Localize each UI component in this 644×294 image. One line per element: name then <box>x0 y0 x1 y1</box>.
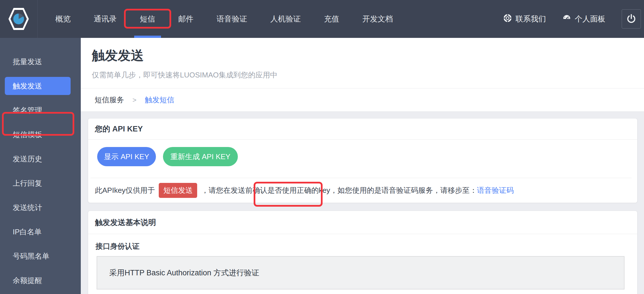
sidebar-item-ip-whitelist[interactable]: IP白名单 <box>0 220 81 244</box>
api-key-buttons: 显示 API KEY 重新生成 API KEY <box>88 140 637 166</box>
api-key-card: 您的 API KEY 显示 API KEY 重新生成 API KEY 此APIk… <box>88 118 638 203</box>
nav-voice-verify[interactable]: 语音验证 <box>217 14 247 24</box>
voice-captcha-link[interactable]: 语音验证码 <box>477 185 514 195</box>
sidebar-item-history[interactable]: 发送历史 <box>0 147 81 171</box>
sidebar-item-signature[interactable]: 签名管理 <box>0 98 81 122</box>
api-key-card-title: 您的 API KEY <box>88 118 637 140</box>
auth-section-heading: 接口身份认证 <box>95 241 630 251</box>
auth-method-box: 采用HTTP Basic Authorization 方式进行验证 <box>97 256 625 289</box>
primary-nav: 概览 通讯录 短信 邮件 语音验证 人机验证 充值 开发文档 <box>38 0 393 38</box>
sms-sidebar: 批量发送 触发发送 签名管理 短信模板 发送历史 上行回复 发送统计 IP白名单… <box>0 38 81 294</box>
note-prefix: 此APIkey仅供用于 <box>95 185 155 195</box>
trigger-guide-card-title: 触发发送基本说明 <box>88 211 637 234</box>
page-subtitle: 仅需简单几步，即可快速将LUOSIMAO集成到您的应用中 <box>92 70 644 80</box>
hexagon-pie-logo-icon <box>8 8 29 30</box>
sidebar-item-trigger-send[interactable]: 触发发送 <box>0 74 81 98</box>
sidebar-item-balance-alert[interactable]: 余额提醒 <box>0 268 81 293</box>
nav-sms[interactable]: 短信 <box>140 14 155 24</box>
nav-overview[interactable]: 概览 <box>55 14 71 24</box>
show-api-key-button[interactable]: 显示 API KEY <box>97 147 156 166</box>
trigger-guide-card: 触发发送基本说明 接口身份认证 采用HTTP Basic Authorizati… <box>88 211 638 294</box>
nav-contacts[interactable]: 通讯录 <box>94 14 117 24</box>
sidebar-item-replies[interactable]: 上行回复 <box>0 171 81 195</box>
contact-us-link[interactable]: 联系我们 <box>503 14 546 24</box>
breadcrumb-trigger-sms[interactable]: 触发短信 <box>145 95 174 105</box>
top-nav-bar: 概览 通讯录 短信 邮件 语音验证 人机验证 充值 开发文档 <box>0 0 644 38</box>
nav-captcha[interactable]: 人机验证 <box>270 14 301 24</box>
breadcrumb: 短信服务 > 触发短信 <box>81 88 644 112</box>
power-icon <box>626 14 636 25</box>
luosimao-console: 概览 通讯录 短信 邮件 语音验证 人机验证 充值 开发文档 <box>0 0 644 294</box>
breadcrumb-sms-service[interactable]: 短信服务 <box>95 95 124 105</box>
main-content: 触发发送 仅需简单几步，即可快速将LUOSIMAO集成到您的应用中 短信服务 >… <box>81 38 644 294</box>
contact-us-label: 联系我们 <box>515 14 546 24</box>
personal-panel-label: 个人面板 <box>575 14 605 24</box>
sidebar-item-batch-send[interactable]: 批量发送 <box>0 49 81 74</box>
regenerate-api-key-button[interactable]: 重新生成 API KEY <box>163 147 238 166</box>
active-tab-indicator <box>134 36 161 38</box>
page-header: 触发发送 仅需简单几步，即可快速将LUOSIMAO集成到您的应用中 <box>81 38 644 88</box>
page-title: 触发发送 <box>92 38 644 64</box>
life-ring-icon <box>503 14 512 24</box>
nav-dev-docs[interactable]: 开发文档 <box>362 14 393 24</box>
sidebar-item-blacklist[interactable]: 号码黑名单 <box>0 244 81 268</box>
api-key-note: 此APIkey仅供用于 短信发送 ，请您在发送前确认是否使用正确的key，如您使… <box>88 178 637 203</box>
gauge-icon <box>562 14 571 24</box>
nav-recharge[interactable]: 充值 <box>324 14 339 24</box>
sidebar-item-stats[interactable]: 发送统计 <box>0 195 81 220</box>
note-middle: ，请您在发送前确认是否使用正确的key，如您使用的是语音验证码服务，请移步至： <box>201 185 477 195</box>
content-area: 您的 API KEY 显示 API KEY 重新生成 API KEY 此APIk… <box>81 118 644 294</box>
logout-button[interactable] <box>622 9 641 29</box>
app-logo[interactable] <box>0 0 38 38</box>
sidebar-item-template[interactable]: 短信模板 <box>0 122 81 147</box>
personal-panel-link[interactable]: 个人面板 <box>562 14 605 24</box>
nav-mail[interactable]: 邮件 <box>178 14 193 24</box>
trigger-guide-body: 接口身份认证 采用HTTP Basic Authorization 方式进行验证 <box>88 241 637 289</box>
topbar-right: 联系我们 个人面板 <box>503 9 644 29</box>
breadcrumb-separator: > <box>132 96 136 104</box>
sms-send-badge: 短信发送 <box>159 183 197 198</box>
